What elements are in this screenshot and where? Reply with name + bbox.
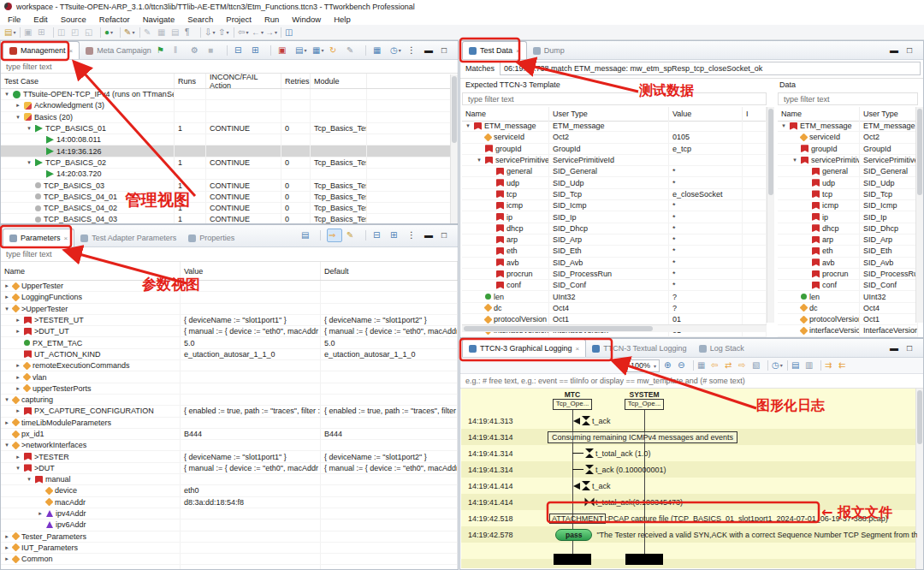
expander-icon[interactable]: ▾ — [3, 304, 10, 314]
toggle-view-icon[interactable]: ▦ — [157, 27, 170, 39]
expander-icon[interactable]: ▸ — [37, 508, 44, 519]
table-row[interactable]: TCP_BASICS_04_011CONTINUE0Tcp_Basics_Tes… — [1, 192, 458, 203]
table-row[interactable]: ▸remoteExecutionCommands — [1, 360, 458, 371]
save-icon[interactable]: ▣ — [23, 27, 37, 39]
table-row[interactable]: macAddrd8:3a:dd:18:54:f8 — [1, 497, 458, 508]
expander-icon[interactable]: ▾ — [15, 463, 21, 473]
expander-icon[interactable]: ▸ — [15, 100, 21, 110]
expander-icon[interactable]: ▾ — [780, 121, 787, 131]
column-header-test-case[interactable]: Test Case — [1, 74, 175, 88]
export-log-icon[interactable]: ▤ — [791, 359, 804, 371]
table-row[interactable]: ▸vlan — [1, 371, 458, 383]
testdata-maximize-icon[interactable]: □ — [906, 45, 920, 56]
menu-item-file[interactable]: File — [8, 15, 21, 24]
menu-item-navigate[interactable]: Navigate — [143, 15, 175, 24]
column-header-module[interactable]: Module — [311, 74, 367, 88]
close-icon[interactable]: × — [516, 47, 520, 55]
expander-icon[interactable]: ▸ — [15, 372, 21, 383]
expander-icon[interactable]: ▾ — [26, 157, 33, 168]
expand-all-icon[interactable]: ⊞ — [389, 229, 403, 241]
expander-icon[interactable]: ▾ — [15, 112, 21, 122]
table-row[interactable]: ▾ETM_messageETM_message — [778, 121, 918, 132]
menu-item-search[interactable]: Search — [187, 15, 213, 24]
import-icon[interactable]: ⇩▾ — [204, 27, 217, 39]
management-minimize-icon[interactable]: ▬ — [424, 45, 437, 56]
table-row[interactable]: procrunSID_ProcessRun* — [462, 269, 767, 280]
edit-icon[interactable]: ✎ — [346, 45, 359, 56]
forward-icon[interactable]: →▾ — [264, 27, 278, 39]
expander-icon[interactable]: ▸ — [15, 383, 21, 394]
expander-icon[interactable]: ▾ — [3, 395, 10, 405]
table-row[interactable]: avbSID_Avb — [778, 258, 918, 269]
table-row[interactable]: ▸UpperTester — [1, 281, 458, 292]
table-row[interactable]: lenUInt32? — [462, 291, 767, 302]
expander-icon[interactable]: ▸ — [3, 543, 10, 553]
table-row[interactable]: ▸Acknowledgment (3) — [1, 100, 458, 111]
back-history-icon[interactable]: ⇦▾ — [237, 27, 251, 39]
attachment-label[interactable]: ATTACHMENT — [549, 514, 606, 524]
export-icon[interactable]: ⇧▾ — [217, 27, 231, 39]
table-row[interactable]: dhcpSID_Dhcp* — [462, 223, 767, 235]
menu-item-refactor[interactable]: Refactor — [99, 15, 130, 24]
tab-dump[interactable]: Dump — [527, 42, 571, 59]
jump-next-icon[interactable]: ⇨ — [737, 359, 751, 371]
table-row[interactable]: ▸PX_CAPTURE_CONFIGURATION{ enabled := tr… — [1, 406, 458, 417]
management-view-menu-icon[interactable]: ⋮ — [406, 45, 420, 56]
table-row[interactable]: TCP_BASICS_031CONTINUE0Tcp_Basics_Test..… — [1, 180, 458, 191]
table-row[interactable]: ethSID_Eth — [778, 246, 918, 257]
menu-item-source[interactable]: Source — [61, 15, 86, 24]
column-header-runs[interactable]: Runs — [175, 74, 206, 88]
tab-log-stack[interactable]: Log Stack — [693, 340, 750, 357]
table-row[interactable]: ▸>DUT_UT{ manual := { device := "eth0", … — [1, 326, 458, 337]
table-row[interactable]: ▸ipv4Addr — [1, 508, 458, 520]
table-row[interactable]: UT_ACTION_KINDe_utaction_autosar_1_1_0e_… — [1, 349, 458, 360]
tab-meta-campaign[interactable]: Meta Campaign — [80, 42, 157, 59]
run-campaign-icon[interactable]: ⚑ — [156, 45, 169, 56]
expected-horizontal-scrollbar[interactable] — [462, 324, 767, 332]
management-filter-input[interactable]: type filter text — [1, 60, 458, 74]
build-icon[interactable]: ◰ — [70, 27, 84, 39]
back-icon[interactable]: ←▾ — [251, 27, 264, 39]
table-row[interactable]: groupIdGroupIde_tcp — [462, 144, 767, 155]
expand-messages-icon[interactable]: ⇉ — [824, 359, 838, 371]
matches-value-box[interactable]: 06:19:39.738 match ETM_message: mw_etm_s… — [500, 62, 921, 75]
table-row[interactable]: serviceIdOct2 — [778, 132, 918, 143]
copy-icon[interactable]: ◫ — [56, 27, 70, 39]
table-row[interactable]: ▸Tester_Parameters — [1, 531, 458, 543]
jump-previous-icon[interactable]: ⇦ — [710, 359, 724, 371]
expander-icon[interactable]: ▾ — [26, 123, 33, 134]
expander-icon[interactable]: ▸ — [15, 360, 21, 371]
expander-icon[interactable]: ▸ — [3, 292, 10, 302]
zoom-in-icon[interactable]: ⊕ — [663, 359, 677, 371]
column-header-i[interactable]: I — [743, 107, 767, 121]
table-row[interactable]: tcpSID_Tcp — [778, 189, 918, 200]
tab-management[interactable]: Management× — [3, 41, 80, 59]
table-row[interactable]: dcOct4 — [778, 303, 918, 314]
table-row[interactable]: tcpSID_Tcpe_closeSocket — [462, 189, 767, 200]
monitor-icon[interactable]: ▤ — [300, 229, 314, 241]
record-icon[interactable]: ▣ — [277, 45, 291, 56]
testdata-minimize-icon[interactable]: ▬ — [889, 45, 903, 56]
table-row[interactable]: protocolVersionOct1 — [778, 314, 918, 325]
table-row[interactable]: ▾servicePrimitiveIcServicePrimitiveId — [778, 155, 918, 166]
menu-item-window[interactable]: Window — [292, 15, 321, 24]
table-row[interactable]: ▸>TESTER{ deviceName := "slot1port1" }{ … — [1, 451, 458, 462]
expected-vertical-scrollbar[interactable] — [767, 107, 774, 323]
table-row[interactable]: ipv6Addr — [1, 520, 458, 531]
table-row[interactable]: ▾manual — [1, 474, 458, 485]
table-row[interactable]: ipSID_Ip* — [462, 211, 767, 223]
column-header-name[interactable]: Name — [462, 107, 549, 121]
column-header-value[interactable]: Value — [181, 262, 321, 280]
expected-filter-input[interactable]: type filter text — [462, 92, 767, 105]
column-header-value[interactable]: Value — [669, 107, 743, 121]
expander-icon[interactable]: ▾ — [26, 474, 33, 484]
parameters-filter-input[interactable]: type filter text — [1, 247, 458, 262]
deploy-icon[interactable]: ◱ — [84, 27, 98, 39]
column-header-retries[interactable]: Retries — [281, 74, 311, 88]
table-row[interactable]: deviceeth0 — [1, 485, 458, 496]
collapse-messages-icon[interactable]: ⇇ — [838, 359, 851, 371]
expander-icon[interactable]: ▸ — [3, 531, 10, 542]
column-header-inconc-fail-action[interactable]: INCONC/FAIL Action — [206, 74, 281, 88]
table-row[interactable]: ▾TCP_BASICS_021CONTINUE0Tcp_Basics_Test.… — [1, 157, 458, 169]
table-row[interactable]: ▾servicePrimitiveIcServicePrimitiveId — [462, 155, 767, 166]
